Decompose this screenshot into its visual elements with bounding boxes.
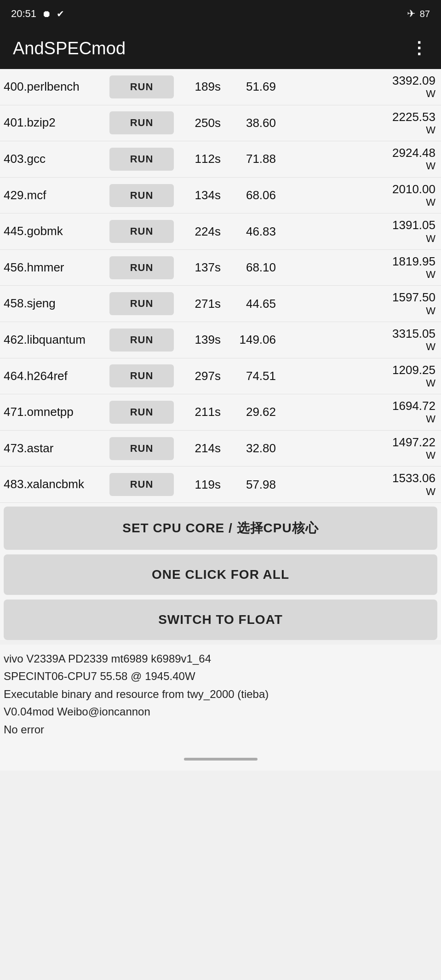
bench-watt: 3315.05W <box>280 327 437 353</box>
bench-time: 297s <box>178 369 224 383</box>
bench-score: 71.88 <box>224 152 280 166</box>
run-button[interactable]: RUN <box>109 364 174 387</box>
run-button[interactable]: RUN <box>109 401 174 424</box>
bench-name: 483.xalancbmk <box>4 477 105 492</box>
switch-to-float-button[interactable]: SWITCH TO FLOAT <box>4 600 437 640</box>
bench-score: 68.10 <box>224 260 280 275</box>
check-icon: ✔ <box>57 8 64 19</box>
bench-score: 51.69 <box>224 80 280 94</box>
bench-time: 224s <box>178 225 224 239</box>
bench-score: 38.60 <box>224 116 280 130</box>
bench-time: 137s <box>178 260 224 275</box>
bench-watt: 1391.05W <box>280 218 437 245</box>
bench-score: 32.80 <box>224 441 280 455</box>
bench-name: 456.hmmer <box>4 260 105 276</box>
more-icon[interactable]: ⋮ <box>411 39 428 58</box>
bottom-buttons: SET CPU CORE / 选择CPU核心 ONE CLICK FOR ALL… <box>0 503 441 640</box>
bench-watt: 1694.72W <box>280 399 437 426</box>
bench-name: 464.h264ref <box>4 369 105 384</box>
run-button[interactable]: RUN <box>109 256 174 279</box>
table-row: 403.gcc RUN 112s 71.88 2924.48W <box>0 141 441 178</box>
status-right: ✈ 87 <box>407 8 430 20</box>
run-button[interactable]: RUN <box>109 292 174 315</box>
one-click-all-button[interactable]: ONE CLICK FOR ALL <box>4 554 437 595</box>
bench-watt: 1209.25W <box>280 363 437 390</box>
bench-score: 149.06 <box>224 333 280 347</box>
bench-score: 46.83 <box>224 225 280 239</box>
bench-time: 119s <box>178 478 224 492</box>
bottom-nav <box>0 748 441 771</box>
footer-line-3: Executable binary and resource from twy_… <box>4 686 437 703</box>
nav-bar-indicator <box>184 758 258 761</box>
footer-line-5: No error <box>4 721 437 738</box>
run-button[interactable]: RUN <box>109 437 174 460</box>
set-cpu-core-button[interactable]: SET CPU CORE / 选择CPU核心 <box>4 507 437 550</box>
bench-time: 112s <box>178 152 224 166</box>
footer-line-4: V0.04mod Weibo@ioncannon <box>4 703 437 721</box>
table-row: 458.sjeng RUN 271s 44.65 1597.50W <box>0 286 441 322</box>
bench-time: 250s <box>178 116 224 130</box>
table-row: 456.hmmer RUN 137s 68.10 1819.95W <box>0 250 441 286</box>
run-button[interactable]: RUN <box>109 473 174 496</box>
run-button[interactable]: RUN <box>109 220 174 243</box>
bench-watt: 1497.22W <box>280 435 437 462</box>
status-left: 20:51 ⏺ ✔ <box>11 8 64 20</box>
app-title: AndSPECmod <box>13 39 126 58</box>
bench-time: 134s <box>178 188 224 202</box>
battery-icon: 87 <box>420 9 430 19</box>
table-row: 401.bzip2 RUN 250s 38.60 2225.53W <box>0 105 441 142</box>
bench-score: 57.98 <box>224 478 280 492</box>
info-footer: vivo V2339A PD2339 mt6989 k6989v1_64 SPE… <box>0 645 441 748</box>
table-row: 464.h264ref RUN 297s 74.51 1209.25W <box>0 358 441 395</box>
table-row: 445.gobmk RUN 224s 46.83 1391.05W <box>0 213 441 250</box>
bench-time: 211s <box>178 405 224 419</box>
bench-watt: 1597.50W <box>280 290 437 317</box>
bench-score: 74.51 <box>224 369 280 383</box>
table-row: 429.mcf RUN 134s 68.06 2010.00W <box>0 178 441 214</box>
recording-icon: ⏺ <box>42 9 51 19</box>
bench-score: 44.65 <box>224 297 280 311</box>
bench-time: 139s <box>178 333 224 347</box>
status-bar: 20:51 ⏺ ✔ ✈ 87 <box>0 0 441 28</box>
bench-watt: 1819.95W <box>280 254 437 281</box>
bench-name: 473.astar <box>4 441 105 456</box>
table-row: 462.libquantum RUN 139s 149.06 3315.05W <box>0 322 441 358</box>
time: 20:51 <box>11 8 36 20</box>
bench-watt: 2225.53W <box>280 110 437 137</box>
bench-score: 68.06 <box>224 188 280 202</box>
table-row: 471.omnetpp RUN 211s 29.62 1694.72W <box>0 394 441 431</box>
footer-line-1: vivo V2339A PD2339 mt6989 k6989v1_64 <box>4 650 437 668</box>
airplane-icon: ✈ <box>407 8 415 20</box>
bench-name: 401.bzip2 <box>4 115 105 131</box>
run-button[interactable]: RUN <box>109 148 174 171</box>
benchmark-list: 400.perlbench RUN 189s 51.69 3392.09W 40… <box>0 69 441 503</box>
bench-name: 400.perlbench <box>4 79 105 95</box>
bench-watt: 1533.06W <box>280 471 437 498</box>
bench-name: 403.gcc <box>4 151 105 167</box>
bench-name: 445.gobmk <box>4 224 105 239</box>
table-row: 400.perlbench RUN 189s 51.69 3392.09W <box>0 69 441 105</box>
bench-watt: 3392.09W <box>280 74 437 100</box>
bench-time: 271s <box>178 297 224 311</box>
bench-name: 471.omnetpp <box>4 404 105 420</box>
bench-name: 462.libquantum <box>4 332 105 348</box>
run-button[interactable]: RUN <box>109 75 174 98</box>
run-button[interactable]: RUN <box>109 111 174 134</box>
bench-score: 29.62 <box>224 405 280 419</box>
bench-watt: 2010.00W <box>280 182 437 209</box>
bench-watt: 2924.48W <box>280 146 437 173</box>
table-row: 483.xalancbmk RUN 119s 57.98 1533.06W <box>0 467 441 503</box>
footer-line-2: SPECINT06-CPU7 55.58 @ 1945.40W <box>4 668 437 685</box>
run-button[interactable]: RUN <box>109 184 174 207</box>
bench-name: 429.mcf <box>4 188 105 203</box>
bench-name: 458.sjeng <box>4 296 105 311</box>
table-row: 473.astar RUN 214s 32.80 1497.22W <box>0 431 441 467</box>
run-button[interactable]: RUN <box>109 329 174 352</box>
app-bar: AndSPECmod ⋮ <box>0 28 441 69</box>
bench-time: 214s <box>178 441 224 455</box>
bench-time: 189s <box>178 80 224 94</box>
